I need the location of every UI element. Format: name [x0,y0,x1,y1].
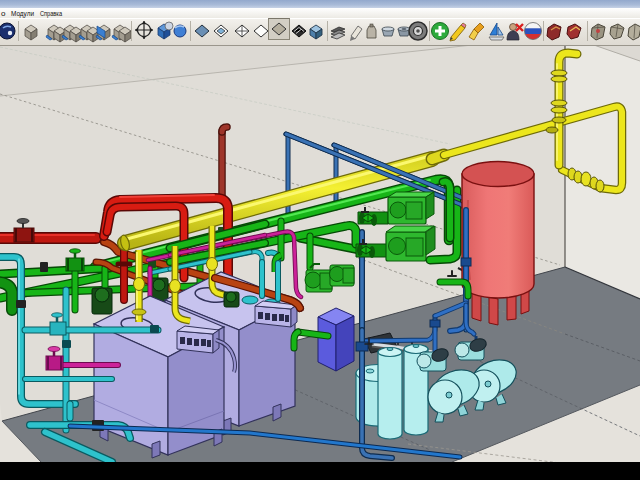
svg-text:Справка: Справка [40,9,62,18]
svg-text:о: о [1,9,6,18]
svg-text:Модули: Модули [11,9,34,18]
